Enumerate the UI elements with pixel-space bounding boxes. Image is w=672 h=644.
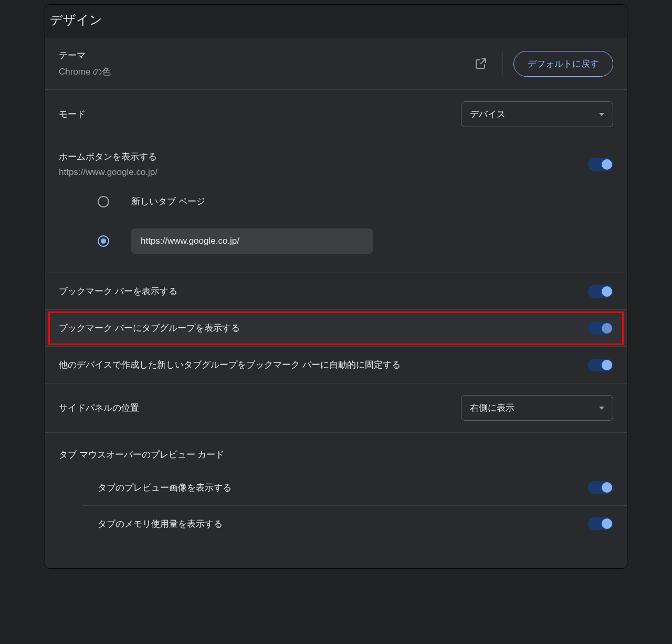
radio-new-tab-label: 新しいタブ ページ (131, 195, 205, 207)
bookmark-bar-row: ブックマーク バーを表示する (45, 273, 627, 310)
bookmark-bar-toggle[interactable] (588, 285, 613, 298)
mode-select-value: デバイス (470, 108, 506, 120)
side-panel-label: サイドパネルの位置 (59, 402, 139, 414)
bookmark-tab-groups-toggle[interactable] (588, 322, 613, 335)
theme-subtitle: Chrome の色 (59, 66, 111, 78)
open-in-new-icon[interactable] (470, 53, 492, 75)
theme-label: テーマ (59, 49, 111, 61)
side-panel-select-value: 右側に表示 (470, 402, 514, 414)
tab-hover-sub-rows: タブのプレビュー画像を表示する タブのメモリ使用量を表示する (45, 470, 627, 542)
side-panel-select[interactable]: 右側に表示 (461, 395, 613, 421)
divider (502, 52, 503, 75)
auto-pin-tab-groups-label: 他のデバイスで作成した新しいタブグループをブックマーク バーに自動的に固定する (59, 359, 401, 371)
chevron-down-icon (599, 407, 604, 410)
bookmark-tab-groups-row: ブックマーク バーにタブグループを表示する (45, 310, 627, 347)
home-button-options: 新しいタブ ページ (45, 183, 627, 273)
home-option-new-tab-row[interactable]: 新しいタブ ページ (98, 195, 613, 207)
mode-select[interactable]: デバイス (461, 101, 613, 127)
radio-custom-url[interactable] (98, 235, 109, 247)
theme-row: テーマ Chrome の色 デフォルトに戻す (45, 38, 627, 90)
tab-hover-label: タブ マウスオーバーのプレビュー カード (59, 449, 224, 461)
home-url-input[interactable] (131, 228, 373, 254)
bookmark-tab-groups-highlight: ブックマーク バーにタブグループを表示する (45, 310, 627, 347)
side-panel-row: サイドパネルの位置 右側に表示 (45, 383, 627, 433)
bookmark-tab-groups-label: ブックマーク バーにタブグループを表示する (59, 322, 240, 334)
home-button-subtitle: https://www.google.co.jp/ (59, 167, 158, 178)
reset-to-default-button[interactable]: デフォルトに戻す (513, 51, 613, 77)
chevron-down-icon (599, 113, 604, 116)
home-button-label: ホームボタンを表示する (59, 151, 158, 163)
home-button-toggle[interactable] (588, 158, 613, 171)
auto-pin-tab-groups-row: 他のデバイスで作成した新しいタブグループをブックマーク バーに自動的に固定する (45, 347, 627, 383)
auto-pin-tab-groups-toggle[interactable] (588, 359, 613, 371)
radio-new-tab[interactable] (98, 196, 109, 207)
tab-memory-usage-label: タブのメモリ使用量を表示する (98, 518, 223, 530)
page-title: デザイン (45, 4, 627, 38)
tab-preview-image-label: タブのプレビュー画像を表示する (98, 482, 232, 494)
tab-hover-header-row: タブ マウスオーバーのプレビュー カード (45, 433, 627, 470)
tab-preview-image-row: タブのプレビュー画像を表示する (82, 470, 627, 506)
tab-memory-usage-row: タブのメモリ使用量を表示する (82, 506, 627, 542)
mode-label: モード (59, 108, 86, 120)
tab-memory-usage-toggle[interactable] (588, 517, 613, 530)
design-settings-panel: デザイン テーマ Chrome の色 デフォルトに戻す モード デバイス (45, 4, 627, 569)
mode-row: モード デバイス (45, 90, 627, 139)
tab-preview-image-toggle[interactable] (588, 481, 613, 494)
bookmark-bar-label: ブックマーク バーを表示する (59, 285, 177, 297)
home-option-custom-row[interactable] (98, 228, 613, 254)
home-button-row: ホームボタンを表示する https://www.google.co.jp/ (45, 139, 627, 183)
